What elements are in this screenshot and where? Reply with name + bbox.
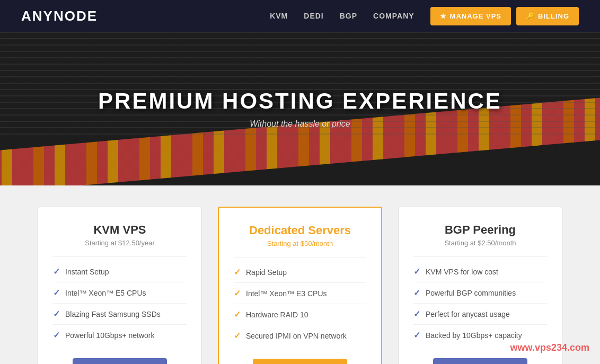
hero-section: PREMIUM HOSTING EXPERIENCE Without the h… xyxy=(0,32,600,185)
feature-text: Intel™ Xeon™ E3 CPUs xyxy=(246,289,327,298)
feature-item: ✓ Intel™ Xeon™ E3 CPUs xyxy=(234,283,366,304)
hero-content: PREMIUM HOSTING EXPERIENCE Without the h… xyxy=(98,88,502,129)
card-bgp-title: BGP Peering xyxy=(445,223,516,237)
feature-text: Rapid Setup xyxy=(246,268,287,277)
nav-item-dedi[interactable]: DEDI xyxy=(304,11,323,21)
watermark: www.vps234.com xyxy=(510,342,589,353)
card-bgp-features: ✓ KVM VPS for low cost ✓ Powerful BGP co… xyxy=(413,261,547,345)
navbar: ANYNODE KVM DEDI BGP COMPANY ★ MANAGE VP… xyxy=(0,0,600,32)
feature-text: Powerful BGP communities xyxy=(426,289,516,297)
feature-item: ✓ Rapid Setup xyxy=(234,262,366,283)
nav-item-company[interactable]: COMPANY xyxy=(373,11,414,21)
check-icon: ✓ xyxy=(53,288,60,298)
card-bgp-divider xyxy=(413,256,547,257)
feature-item: ✓ Intel™ Xeon™ E5 CPUs xyxy=(53,282,187,304)
feature-text: Intel™ Xeon™ E5 CPUs xyxy=(65,289,146,297)
feature-text: Hardware RAID 10 xyxy=(246,310,308,319)
card-dedicated: Dedicated Servers Starting at $50/month … xyxy=(218,207,382,364)
card-kvm-subtitle: Starting at $12.50/year xyxy=(85,239,155,247)
navbar-right: KVM DEDI BGP COMPANY ★ MANAGE VPS 🔑 BILL… xyxy=(270,7,579,25)
feature-text: Powerful 10Gbps+ network xyxy=(65,331,154,340)
feature-item: ✓ Hardware RAID 10 xyxy=(234,304,366,325)
card-kvm-divider xyxy=(53,256,187,257)
nav-item-kvm[interactable]: KVM xyxy=(270,11,288,21)
feature-text: Perfect for anycast usage xyxy=(426,310,510,318)
check-icon: ✓ xyxy=(234,267,241,277)
hero-subtitle: Without the hassle or price xyxy=(98,119,502,129)
nav-item-bgp[interactable]: BGP xyxy=(340,11,357,21)
order-dedicated-button[interactable]: ORDER NOW xyxy=(253,359,347,364)
feature-item: ✓ Instant Setup xyxy=(53,261,187,282)
check-icon: ✓ xyxy=(413,309,420,319)
feature-item: ✓ Perfect for anycast usage xyxy=(413,304,547,325)
star-icon: ★ xyxy=(440,12,447,20)
pricing-cards-section: KVM VPS Starting at $12.50/year ✓ Instan… xyxy=(0,185,600,364)
feature-item: ✓ Powerful 10Gbps+ network xyxy=(53,325,187,345)
card-dedicated-title: Dedicated Servers xyxy=(249,224,351,237)
order-kvm-button[interactable]: ORDER NOW xyxy=(73,358,167,364)
feature-text: Blazing Fast Samsung SSDs xyxy=(65,310,161,318)
billing-label: BILLING xyxy=(538,12,569,20)
card-kvm-vps: KVM VPS Starting at $12.50/year ✓ Instan… xyxy=(38,207,202,364)
card-dedicated-subtitle: Starting at $50/month xyxy=(267,239,333,247)
card-bgp: BGP Peering Starting at $2.50/month ✓ KV… xyxy=(398,207,562,364)
nav-buttons: ★ MANAGE VPS 🔑 BILLING xyxy=(430,7,579,25)
check-icon: ✓ xyxy=(53,309,60,319)
order-bgp-button[interactable]: ORDER NOW xyxy=(433,358,527,364)
card-bgp-subtitle: Starting at $2.50/month xyxy=(444,239,516,247)
check-icon: ✓ xyxy=(53,267,60,277)
check-icon: ✓ xyxy=(413,288,420,298)
card-kvm-title: KVM VPS xyxy=(93,223,146,237)
check-icon: ✓ xyxy=(234,309,241,319)
feature-text: Secured IPMI on VPN network xyxy=(246,332,347,340)
manage-vps-label: MANAGE VPS xyxy=(450,12,501,20)
feature-text: Backed by 10Gbps+ capacity xyxy=(426,331,522,340)
hero-title: PREMIUM HOSTING EXPERIENCE xyxy=(98,88,502,114)
check-icon: ✓ xyxy=(234,288,241,298)
check-icon: ✓ xyxy=(413,330,420,340)
feature-item: ✓ Blazing Fast Samsung SSDs xyxy=(53,304,187,325)
feature-text: Instant Setup xyxy=(65,268,109,276)
card-kvm-features: ✓ Instant Setup ✓ Intel™ Xeon™ E5 CPUs ✓… xyxy=(53,261,187,345)
site-logo[interactable]: ANYNODE xyxy=(21,8,98,24)
billing-button[interactable]: 🔑 BILLING xyxy=(516,7,579,25)
feature-item: ✓ Secured IPMI on VPN network xyxy=(234,325,366,346)
key-icon: 🔑 xyxy=(526,12,535,20)
check-icon: ✓ xyxy=(53,330,60,340)
check-icon: ✓ xyxy=(234,331,241,341)
feature-item: ✓ KVM VPS for low cost xyxy=(413,261,547,282)
nav-links: KVM DEDI BGP COMPANY xyxy=(270,11,414,21)
feature-item: ✓ Powerful BGP communities xyxy=(413,282,547,304)
manage-vps-button[interactable]: ★ MANAGE VPS xyxy=(430,7,511,25)
feature-text: KVM VPS for low cost xyxy=(426,268,498,276)
check-icon: ✓ xyxy=(413,267,420,277)
card-dedicated-divider xyxy=(234,257,366,258)
card-dedicated-features: ✓ Rapid Setup ✓ Intel™ Xeon™ E3 CPUs ✓ H… xyxy=(234,262,366,346)
